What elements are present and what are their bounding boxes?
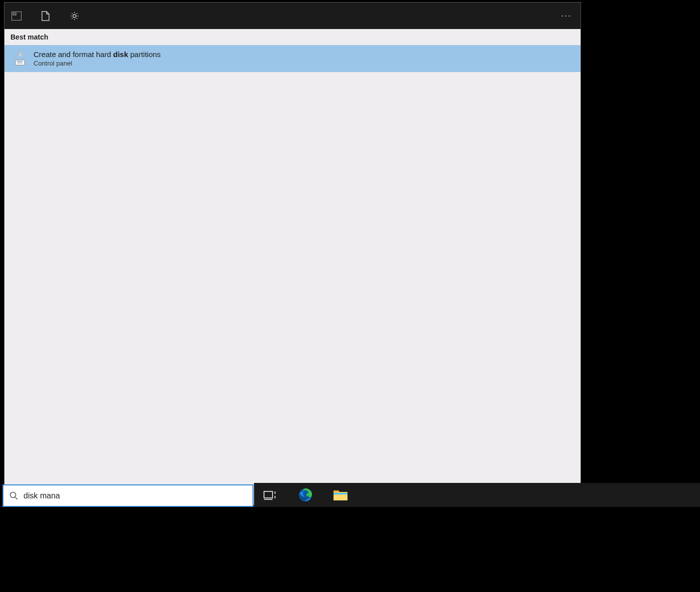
result-title-pre: Create and format hard bbox=[34, 50, 113, 59]
search-result-text: Create and format hard disk partitions C… bbox=[34, 50, 160, 67]
result-title-post: partitions bbox=[128, 50, 160, 59]
taskbar bbox=[254, 483, 700, 507]
svg-line-8 bbox=[15, 497, 18, 499]
search-results-panel: ··· Best match Create and format hard di… bbox=[4, 2, 581, 505]
more-options-button[interactable]: ··· bbox=[557, 9, 576, 23]
search-input[interactable] bbox=[24, 491, 246, 500]
desktop-background-bottom bbox=[0, 507, 700, 592]
svg-point-2 bbox=[73, 15, 76, 18]
best-match-label: Best match bbox=[4, 29, 580, 45]
search-result-title: Create and format hard disk partitions bbox=[34, 50, 160, 59]
settings-filter-icon[interactable] bbox=[68, 9, 82, 23]
result-title-bold: disk bbox=[113, 50, 128, 59]
documents-filter-icon[interactable] bbox=[38, 9, 52, 23]
disk-partition-icon bbox=[12, 51, 26, 66]
svg-rect-9 bbox=[264, 491, 272, 498]
svg-rect-15 bbox=[334, 493, 348, 494]
search-results-body bbox=[4, 72, 580, 505]
search-result-item[interactable]: Create and format hard disk partitions C… bbox=[4, 45, 580, 72]
svg-rect-1 bbox=[13, 13, 16, 15]
svg-rect-4 bbox=[16, 60, 24, 65]
file-explorer-icon[interactable] bbox=[333, 487, 348, 502]
search-panel-header: ··· bbox=[4, 3, 580, 29]
search-result-subtitle: Control panel bbox=[34, 60, 160, 67]
search-icon bbox=[10, 491, 18, 500]
apps-filter-icon[interactable] bbox=[10, 9, 24, 23]
edge-icon[interactable] bbox=[298, 487, 313, 502]
task-view-icon[interactable] bbox=[263, 487, 278, 502]
svg-point-7 bbox=[10, 492, 16, 497]
taskbar-search-box[interactable] bbox=[2, 484, 254, 507]
